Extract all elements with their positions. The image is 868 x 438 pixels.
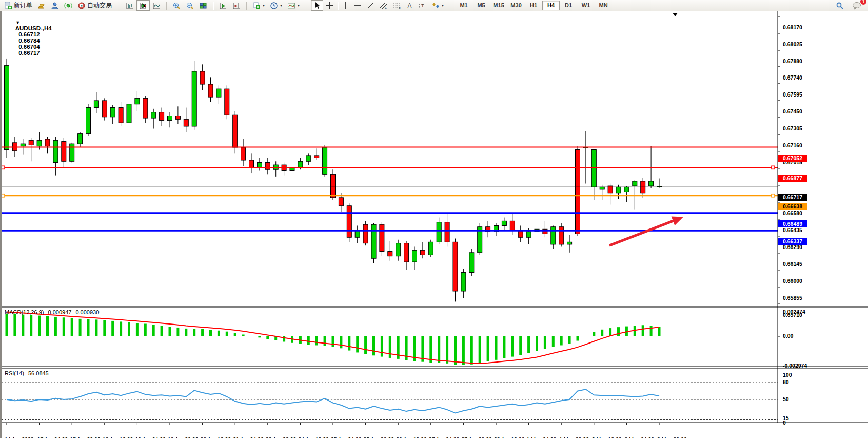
price-level-badge: 0.66638 — [778, 203, 807, 210]
svg-text:F: F — [399, 7, 401, 10]
text-label-button[interactable]: T — [416, 0, 429, 11]
candle-bear — [241, 147, 246, 160]
candle-bear — [543, 229, 547, 234]
rsi-axis-100: 100 — [783, 372, 792, 378]
price-tick-label: 0.67450 — [783, 108, 802, 115]
cursor-button[interactable] — [311, 0, 323, 11]
candle-bull — [216, 89, 221, 97]
market-watch-button[interactable] — [35, 0, 48, 11]
horizontal-line-button[interactable] — [351, 0, 364, 11]
candle-bear — [388, 252, 392, 256]
rsi-axis-0: 0 — [783, 420, 786, 426]
timeframe-button-mn[interactable]: MN — [595, 1, 612, 10]
chart-shift-marker[interactable] — [673, 13, 678, 16]
candle-bear — [119, 108, 123, 123]
candle-bear — [225, 89, 229, 115]
timeframe-button-m15[interactable]: M15 — [490, 1, 507, 10]
timeframe-button-m5[interactable]: M5 — [472, 1, 490, 10]
candle-bull — [428, 242, 433, 255]
zoom-in-button[interactable] — [170, 0, 183, 11]
annotation-arrow-line[interactable] — [609, 218, 680, 245]
timeframe-button-w1[interactable]: W1 — [577, 1, 595, 10]
candle-bull — [371, 224, 376, 258]
new-order-button[interactable]: 新订单 — [2, 0, 35, 11]
candle-bear — [233, 115, 238, 147]
candlestick-chart-button[interactable] — [136, 0, 150, 11]
ohlc-close: 0.66717 — [18, 50, 40, 56]
text-button[interactable]: A — [404, 0, 416, 11]
line-drag-handle[interactable] — [772, 166, 775, 169]
chat-button[interactable]: 1 — [850, 0, 864, 11]
fibonacci-icon: F — [393, 2, 401, 9]
price-tick-label: 0.66000 — [783, 278, 802, 284]
timeframe-button-h1[interactable]: H1 — [525, 1, 542, 10]
templates-button[interactable]: ▾ — [250, 0, 267, 11]
timeframe-button-m1[interactable]: M1 — [455, 1, 472, 10]
search-button[interactable] — [833, 0, 846, 11]
bar-chart-button[interactable] — [123, 0, 136, 11]
price-tick-label: 0.67595 — [783, 91, 802, 98]
crosshair-button[interactable] — [323, 0, 336, 11]
price-level-badge: 0.67052 — [778, 155, 807, 162]
candle-bear — [249, 160, 254, 167]
community-button[interactable] — [48, 0, 62, 11]
zoom-out-button[interactable] — [183, 0, 196, 11]
toolbar-right-group: 1 — [833, 0, 868, 11]
macd-axis-zero: 0.00 — [783, 333, 793, 339]
toolbar-separator — [213, 2, 213, 10]
chart-shift-icon — [232, 2, 241, 10]
svg-text:T: T — [421, 3, 424, 8]
candle-bear — [45, 139, 50, 146]
price-tick-label: 0.66435 — [783, 227, 802, 233]
toolbar-separator — [166, 2, 167, 10]
chevron-down-icon: ▾ — [442, 3, 444, 8]
candle-bear — [29, 140, 33, 145]
timeframe-button-m30[interactable]: M30 — [507, 1, 525, 10]
tile-windows-button[interactable] — [196, 0, 210, 11]
candle-bull — [633, 181, 637, 186]
toolbar-group-trade: 新订单 自动交易 — [0, 0, 116, 11]
candle-bull — [306, 156, 311, 161]
line-drag-handle[interactable] — [772, 194, 775, 197]
chart-window: ▼ AUDUSD-,H4 0.66712 0.66784 0.66704 0.6… — [0, 11, 868, 438]
line-chart-button[interactable] — [150, 0, 163, 11]
timeframe-button-h4[interactable]: H4 — [542, 1, 560, 10]
candle-bear — [331, 174, 336, 198]
channel-button[interactable]: E — [377, 0, 390, 11]
candle-bear — [363, 224, 368, 243]
candle-bull — [78, 134, 83, 144]
gold-icon — [37, 2, 46, 10]
chevron-down-icon: ▾ — [263, 3, 265, 8]
chart-title: ▼ AUDUSD-,H4 0.66712 0.66784 0.66704 0.6… — [6, 13, 52, 62]
arrow-objects-icon — [432, 2, 440, 9]
auto-trading-button[interactable]: 自动交易 — [75, 0, 114, 11]
candle-bull — [127, 104, 131, 123]
vertical-line-button[interactable] — [340, 0, 351, 11]
collapse-caret-icon[interactable]: ▼ — [15, 20, 20, 25]
arrows-button[interactable]: ▾ — [429, 0, 446, 11]
candle-bear — [347, 206, 351, 237]
chart-shift-button[interactable] — [230, 0, 243, 11]
candle-bull — [649, 181, 654, 186]
line-drag-handle[interactable] — [2, 194, 5, 197]
toolbar-group-objects: ▾ ▾ ▾ — [248, 0, 304, 11]
candlestick-chart-icon — [139, 2, 147, 10]
price-tick-label: 0.67740 — [783, 74, 802, 81]
candle-bull — [94, 101, 98, 108]
auto-scroll-button[interactable] — [216, 0, 230, 11]
indicators-button[interactable]: ▾ — [285, 0, 302, 11]
candle-bear — [641, 181, 645, 193]
candle-bull — [110, 108, 115, 117]
period-button[interactable]: ▾ — [267, 0, 285, 11]
timeframe-button-d1[interactable]: D1 — [560, 1, 577, 10]
price-tick-label: 0.68025 — [783, 41, 802, 47]
signals-button[interactable] — [62, 0, 75, 11]
candle-bull — [151, 112, 156, 118]
candle-bull — [257, 163, 262, 167]
zoom-out-icon — [186, 2, 194, 10]
line-drag-handle[interactable] — [2, 166, 5, 169]
fibonacci-button[interactable]: F — [390, 0, 404, 11]
price-level-badge: 0.66877 — [778, 175, 807, 182]
annotation-arrow-head[interactable] — [672, 217, 683, 225]
trendline-button[interactable] — [364, 0, 377, 11]
